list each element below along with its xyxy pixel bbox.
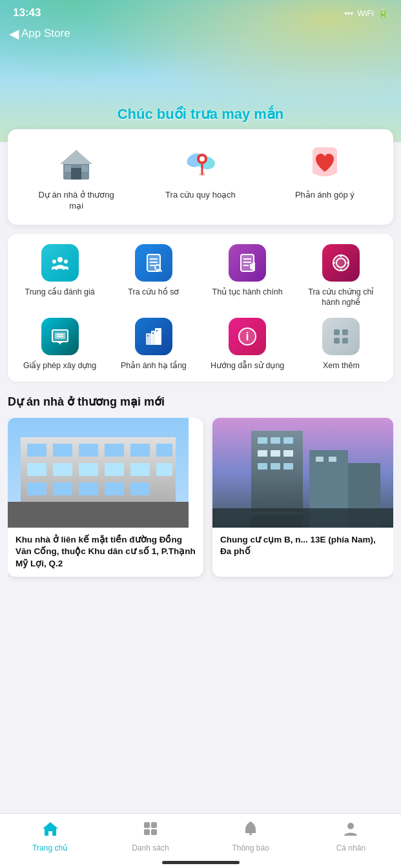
svg-rect-78 xyxy=(258,450,267,457)
battery-icon: 🔋 xyxy=(378,8,388,18)
project-image-2 xyxy=(212,418,393,528)
quick-actions-card: Dự án nhà ở thương mại Tra cứu quy hoạch… xyxy=(8,129,393,225)
svg-rect-76 xyxy=(271,437,280,444)
svg-rect-3 xyxy=(65,165,71,172)
grid-label: Phản ánh hạ tầng xyxy=(121,360,187,371)
nav-item-list[interactable]: Danh sách xyxy=(112,820,189,852)
svg-rect-54 xyxy=(53,444,72,457)
nav-label-notification: Thông báo xyxy=(232,843,269,852)
svg-point-8 xyxy=(200,156,205,161)
svg-rect-90 xyxy=(151,822,157,828)
assessment-icon xyxy=(41,244,79,282)
project-name-2: Chung cư cụm B, n... 13E (phía Nam), Đa … xyxy=(212,528,393,565)
svg-rect-41 xyxy=(155,328,161,345)
svg-rect-86 xyxy=(212,508,393,528)
svg-rect-77 xyxy=(283,437,293,444)
grid-item-infra-feedback[interactable]: Phản ánh hạ tầng xyxy=(112,318,196,371)
svg-rect-60 xyxy=(53,463,72,476)
svg-rect-55 xyxy=(79,444,98,457)
grid-label: Giấy phép xây dựng xyxy=(23,360,96,371)
heart-shield-icon xyxy=(305,145,344,183)
grid-label: Trung cầu đánh giá xyxy=(25,287,94,297)
projects-section: Dự án nhà ở thương mại mới xyxy=(0,395,401,584)
svg-rect-34 xyxy=(55,333,65,339)
quick-action-feedback[interactable]: Phản ánh góp ý xyxy=(286,145,364,201)
grid-item-see-more[interactable]: Xem thêm xyxy=(299,318,383,371)
grid-menu: Trung cầu đánh giá Tra cứu hồ sơ xyxy=(8,234,393,382)
projects-scroll: Khu nhà ở liên kế mặt tiền đường Đồng Vă… xyxy=(8,418,393,584)
grid-item-profile-search[interactable]: Tra cứu hồ sơ xyxy=(112,244,196,308)
map-pin-icon xyxy=(181,145,220,183)
svg-rect-62 xyxy=(105,463,124,476)
svg-rect-75 xyxy=(258,437,267,444)
nav-item-notification[interactable]: Thông báo xyxy=(212,820,289,852)
grid-row-1: Trung cầu đánh giá Tra cứu hồ sơ xyxy=(13,244,388,308)
app-store-back[interactable]: ◀ App Store xyxy=(9,27,70,40)
see-more-icon xyxy=(322,318,360,355)
infra-feedback-icon xyxy=(135,318,172,355)
svg-rect-93 xyxy=(249,833,252,835)
home-indicator xyxy=(162,861,240,864)
quick-action-planning[interactable]: Tra cứu quy hoạch xyxy=(161,145,239,201)
grid-label: Tra cứu hồ sơ xyxy=(128,287,179,297)
grid-item-admin-procedure[interactable]: Thủ tục hành chính xyxy=(205,244,289,308)
svg-rect-83 xyxy=(283,463,293,470)
svg-rect-64 xyxy=(156,463,172,476)
profile-nav-icon xyxy=(342,820,359,841)
nav-item-profile[interactable]: Cá nhân xyxy=(312,820,389,852)
nav-label-profile: Cá nhân xyxy=(336,843,365,852)
svg-rect-44 xyxy=(156,330,158,331)
svg-rect-48 xyxy=(342,329,348,335)
svg-rect-58 xyxy=(156,444,172,457)
grid-row-2: Giấy phép xây dựng Phản ánh hạ tầng i xyxy=(13,318,388,371)
svg-point-12 xyxy=(52,260,56,264)
grid-label: Hướng dẫn sử dụng xyxy=(211,360,284,371)
status-time: 13:43 xyxy=(13,6,41,19)
construction-permit-icon xyxy=(41,318,79,355)
svg-rect-70 xyxy=(8,515,189,528)
section-title: Dự án nhà ở thương mại mới xyxy=(8,395,393,409)
svg-rect-68 xyxy=(105,482,124,495)
grid-item-construction-permit[interactable]: Giấy phép xây dựng xyxy=(18,318,102,371)
svg-marker-88 xyxy=(43,822,58,836)
grid-label: Thủ tục hành chính xyxy=(212,287,283,297)
grid-label: Tra cứu chứng chỉ hành nghề xyxy=(299,287,383,308)
grid-item-cert-search[interactable]: Tra cứu chứng chỉ hành nghề xyxy=(299,244,383,308)
project-card-2[interactable]: Chung cư cụm B, n... 13E (phía Nam), Đa … xyxy=(212,418,393,577)
svg-text:i: i xyxy=(246,330,249,343)
svg-rect-66 xyxy=(53,482,72,495)
app-store-label: App Store xyxy=(21,27,70,40)
cert-search-icon xyxy=(322,244,360,282)
svg-rect-56 xyxy=(105,444,124,457)
grid-item-assessment[interactable]: Trung cầu đánh giá xyxy=(18,244,102,308)
nav-label-home: Trang chủ xyxy=(32,843,68,852)
profile-search-icon xyxy=(135,244,172,282)
user-guide-icon: i xyxy=(229,318,266,355)
wifi-icon: WiFi xyxy=(357,8,374,18)
quick-action-label: Dự án nhà ở thương mại xyxy=(37,190,115,212)
project-card-1[interactable]: Khu nhà ở liên kế mặt tiền đường Đồng Vă… xyxy=(8,418,203,577)
svg-rect-79 xyxy=(271,450,280,457)
list-nav-icon xyxy=(142,820,159,841)
svg-rect-85 xyxy=(329,457,336,462)
svg-rect-53 xyxy=(27,444,46,457)
quick-action-project-house[interactable]: Dự án nhà ở thương mại xyxy=(37,145,115,212)
svg-point-94 xyxy=(347,823,354,829)
svg-point-13 xyxy=(64,260,68,264)
svg-rect-59 xyxy=(27,463,46,476)
svg-rect-84 xyxy=(316,457,324,462)
quick-action-label: Phản ánh góp ý xyxy=(295,190,355,201)
svg-rect-80 xyxy=(283,450,293,457)
svg-rect-4 xyxy=(81,165,88,172)
svg-rect-43 xyxy=(152,333,154,334)
svg-rect-57 xyxy=(130,444,150,457)
svg-rect-47 xyxy=(334,329,340,335)
svg-rect-49 xyxy=(334,338,340,344)
grid-item-user-guide[interactable]: i Hướng dẫn sử dụng xyxy=(205,318,289,371)
svg-point-11 xyxy=(57,257,63,262)
bottom-nav: Trang chủ Danh sách Thông báo xyxy=(0,813,401,868)
nav-item-home[interactable]: Trang chủ xyxy=(12,820,89,852)
signal-icon: ▪▪▪ xyxy=(344,8,353,18)
project-name-1: Khu nhà ở liên kế mặt tiền đường Đồng Vă… xyxy=(8,528,203,577)
status-bar: 13:43 ▪▪▪ WiFi 🔋 xyxy=(0,0,401,23)
